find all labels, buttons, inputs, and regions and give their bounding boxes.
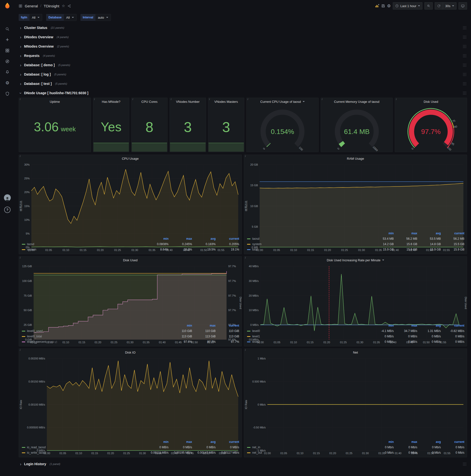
explore-compass-icon[interactable] [5, 59, 10, 64]
panel-info-icon[interactable]: i [20, 155, 20, 157]
dashboards-icon[interactable] [5, 48, 10, 53]
variable-value-dropdown[interactable]: All [30, 14, 42, 21]
zoom-out-button[interactable] [424, 2, 433, 10]
configuration-gear-icon[interactable]: ⚙ [5, 81, 10, 85]
alerting-bell-icon[interactable] [5, 70, 10, 75]
legend-series-level0[interactable]: level0 [247, 328, 370, 334]
row-drag-handle[interactable] [463, 35, 467, 39]
panel-title[interactable]: Disk Used [395, 98, 467, 105]
panel-info-icon[interactable]: i [94, 98, 95, 101]
admin-shield-icon[interactable] [5, 91, 10, 96]
legend-series-taosd[interactable]: taosd [22, 241, 145, 247]
panel-title[interactable]: Net [244, 349, 467, 356]
help-icon[interactable]: ? [4, 207, 11, 213]
plus-icon[interactable]: + [5, 37, 10, 42]
row-cluster-status[interactable]: › Cluster Status(21 panels) [19, 23, 467, 32]
legend-value: 0 MB/s [417, 339, 441, 344]
legend-value: 113 GiB [192, 334, 216, 339]
panel-info-icon[interactable]: i [209, 98, 210, 101]
panel-info-icon[interactable]: i [20, 256, 20, 259]
chevron-down-icon [37, 17, 39, 18]
refresh-interval-dropdown[interactable]: 30s [443, 2, 456, 10]
svg-text:Disk Used: Disk Used [464, 297, 467, 309]
time-range-picker[interactable]: Last 1 hour [393, 2, 422, 10]
row-requests[interactable]: › Requests(4 panels) [19, 51, 467, 60]
legend-value: 1.31 MB/s [417, 328, 441, 334]
panel-title[interactable]: Disk IO [19, 349, 242, 356]
apps-grid-icon[interactable] [19, 4, 22, 8]
breadcrumb-dashboard[interactable]: TDinsight [44, 4, 59, 8]
panel-title[interactable]: Disk Used [19, 256, 242, 264]
legend-value: 15.9 GB [417, 247, 441, 252]
row-drag-handle[interactable] [463, 82, 467, 86]
legend-value: 110 GiB [216, 328, 239, 334]
legend-swatch [247, 331, 251, 331]
panel-title[interactable]: Current CPU Usage of taosd [247, 98, 319, 105]
panel-info-icon[interactable]: i [396, 98, 396, 101]
row-drag-handle[interactable] [463, 462, 467, 466]
legend-series-level0_total[interactable]: level0_total [22, 334, 168, 339]
legend-series-level2[interactable]: level2 [247, 339, 370, 344]
dashboard-settings-icon[interactable]: ⚙ [387, 3, 391, 9]
variable-value-dropdown[interactable]: auto [95, 14, 111, 21]
legend-series-net_in[interactable]: net_in [247, 445, 370, 450]
svg-text:-0.50 Mb/s: -0.50 Mb/s [253, 426, 266, 429]
user-avatar[interactable] [4, 194, 11, 201]
legend-series-taosd[interactable]: taosd [247, 236, 370, 241]
panel-title[interactable]: CPU Cores [132, 98, 167, 105]
legend-series-io_read_taosd[interactable]: io_read_taosd [22, 445, 145, 450]
grafana-logo[interactable] [0, 0, 15, 12]
row-drag-handle[interactable] [463, 63, 467, 67]
row-drag-handle[interactable] [463, 91, 467, 95]
variable-value-dropdown[interactable]: All [64, 14, 77, 21]
legend-value: 0 MB/s [370, 334, 394, 339]
row-drag-handle[interactable] [463, 54, 467, 58]
row-drag-handle[interactable] [463, 26, 467, 30]
panel-title[interactable]: Disk Used Increasing Rate per Minute [244, 256, 467, 264]
panel-info-icon[interactable]: i [245, 155, 246, 157]
svg-text:20 GB: 20 GB [250, 163, 258, 166]
share-icon[interactable] [67, 4, 71, 8]
panel-title[interactable]: Current Memory Usage of taosd [321, 98, 393, 105]
breadcrumb-folder[interactable]: General [25, 4, 38, 8]
panel-info-icon[interactable]: i [133, 98, 133, 101]
panel-vnodes-masters: i VNodes Masters 3 [208, 98, 244, 152]
refresh-button[interactable] [435, 2, 443, 10]
star-icon[interactable]: ☆ [62, 4, 65, 8]
row-drag-handle[interactable] [463, 45, 467, 48]
legend-series-level0_used[interactable]: level0_used [22, 328, 168, 334]
row-dnodes-overview[interactable]: › DNodes Overview(4 panels) [19, 32, 467, 42]
legend-series-level0_percent[interactable]: level0_percent(right-y) [22, 339, 168, 344]
panel-info-icon[interactable]: i [248, 98, 248, 101]
kiosk-tv-button[interactable] [458, 2, 467, 10]
legend-series-system[interactable]: system [22, 247, 145, 252]
legend-series-total[interactable]: total [247, 247, 370, 252]
row-dnode-usage[interactable]: › DNode Usage [ huolinhe-TM1701:6030 ] [19, 88, 467, 98]
panel-info-icon[interactable]: i [171, 98, 171, 101]
panel-title[interactable]: CPU Usage [19, 155, 242, 162]
row-login-history[interactable]: › Login History(1 panel) [19, 459, 467, 469]
legend-series-io_write_taosd[interactable]: io_write_taosd [22, 450, 145, 455]
row-drag-handle[interactable] [463, 73, 467, 76]
search-icon[interactable] [5, 27, 10, 31]
row-database-test[interactable]: › Database: [ test ](5 panels) [19, 79, 467, 88]
panel-info-icon[interactable]: i [20, 349, 20, 351]
row-mnodes-overview[interactable]: › MNodes Overview(2 panels) [19, 42, 467, 51]
panel-info-icon[interactable]: i [245, 256, 246, 259]
row-database-log[interactable]: › Database: [ log ](5 panels) [19, 70, 467, 79]
legend-series-level1[interactable]: level1 [247, 334, 370, 339]
panel-title[interactable]: RAM Usage [244, 155, 467, 162]
save-dashboard-icon[interactable] [381, 4, 385, 8]
panel-title[interactable]: VNodes Masters [208, 98, 244, 105]
panel-info-icon[interactable]: i [245, 349, 246, 351]
panel-info-icon[interactable]: i [322, 98, 322, 101]
legend-series-net_out[interactable]: net_out [247, 450, 370, 455]
panel-title[interactable]: VNodes Number [170, 98, 206, 105]
legend-series-system[interactable]: system [247, 241, 370, 247]
svg-text:75 GiB: 75 GiB [24, 294, 32, 297]
panel-info-icon[interactable]: i [20, 98, 20, 101]
panel-title[interactable]: Uptime [19, 98, 91, 105]
panel-title[interactable]: Has MNode? [93, 98, 129, 105]
row-database-demo[interactable]: › Database: [ demo ](5 panels) [19, 60, 467, 70]
add-panel-icon[interactable] [375, 4, 379, 8]
